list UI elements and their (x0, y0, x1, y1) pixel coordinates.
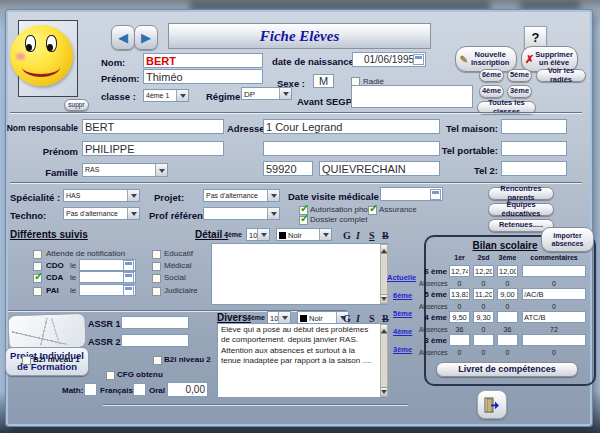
classe-4eme-button[interactable]: 4ème (479, 85, 504, 98)
responsable-prenom-input[interactable] (82, 141, 224, 156)
bilan-note-input[interactable] (449, 265, 470, 277)
math-input[interactable] (84, 383, 97, 396)
link-5eme[interactable]: 5ème (393, 309, 412, 318)
responsable-nom-input[interactable] (82, 119, 224, 134)
b2i-niveau1-checkbox[interactable] (22, 356, 31, 365)
bilan-commentaire-input[interactable] (522, 265, 586, 277)
ville-input[interactable] (319, 161, 440, 176)
bilan-note-input[interactable] (473, 265, 494, 277)
chevron-down-icon[interactable] (267, 190, 279, 201)
scroll-down-icon[interactable] (381, 294, 387, 303)
adresse-input[interactable] (263, 119, 440, 134)
cda-checkbox[interactable] (33, 274, 42, 283)
detail-strike-button[interactable]: B (376, 228, 388, 241)
adresse2-input[interactable] (263, 141, 440, 156)
bilan-note-input[interactable] (473, 288, 494, 300)
bilan-note-input[interactable] (473, 311, 494, 323)
tel-portable-input[interactable] (501, 141, 567, 156)
tel2-input[interactable] (501, 161, 567, 176)
divers-scrollbar[interactable] (380, 324, 388, 397)
calendar-icon[interactable] (123, 272, 134, 283)
techno-label: Techno: (10, 210, 46, 221)
bilan-note-input[interactable] (497, 311, 518, 323)
equipes-educatives-button[interactable]: Equipes éducatives (488, 203, 554, 216)
bilan-commentaire-input[interactable] (522, 288, 586, 300)
next-student-button[interactable]: ▶ (134, 25, 158, 50)
classe-6eme-button[interactable]: 6ème (479, 69, 504, 82)
link-4eme[interactable]: 4ème (393, 327, 412, 336)
nom-input[interactable] (143, 53, 263, 68)
absences-value: 36 (449, 326, 470, 333)
specialite-select[interactable]: HAS (63, 189, 140, 202)
link-6eme[interactable]: 6ème (393, 291, 412, 300)
voir-radies-button[interactable]: Voir les radiés (536, 69, 586, 82)
francais-input[interactable] (133, 383, 146, 396)
link-3eme[interactable]: 3ème (393, 345, 412, 354)
judiciaire-checkbox[interactable] (152, 287, 161, 296)
detail-bold-button[interactable]: G (337, 228, 349, 241)
chevron-down-icon[interactable] (267, 208, 279, 219)
scroll-down-icon[interactable] (381, 387, 387, 396)
detail-font-color-select[interactable]: Noir (276, 228, 332, 241)
calendar-icon[interactable] (123, 285, 134, 296)
link-actuelle[interactable]: Actuelle (387, 273, 416, 282)
bilan-note-input[interactable] (497, 265, 518, 277)
bilan-note-input[interactable] (473, 334, 494, 346)
calendar-icon[interactable] (123, 260, 134, 271)
assurance-checkbox[interactable] (368, 206, 377, 215)
chevron-down-icon[interactable] (155, 164, 167, 176)
dossier-complet-checkbox[interactable] (299, 216, 308, 225)
cfg-obtenu-checkbox[interactable] (106, 371, 115, 380)
previous-student-button[interactable]: ◀ (111, 25, 135, 50)
bilan-note-input[interactable] (449, 334, 470, 346)
livret-competences-button[interactable]: Livret de compétences (436, 362, 578, 377)
chevron-down-icon[interactable] (257, 229, 269, 240)
detail-underline-button[interactable]: S (363, 228, 375, 241)
oral-input[interactable] (167, 382, 208, 397)
bilan-note-input[interactable] (497, 288, 518, 300)
exit-button[interactable] (477, 390, 507, 419)
classe-3eme-button[interactable]: 3ème (507, 85, 532, 98)
prenom-input[interactable] (143, 69, 263, 84)
tel-maison-input[interactable] (501, 119, 567, 134)
detail-textarea[interactable] (211, 243, 388, 305)
detail-font-size-select[interactable]: 10 (246, 228, 270, 241)
code-postal-input[interactable] (263, 161, 313, 176)
assr2-input[interactable] (121, 334, 189, 347)
chevron-down-icon[interactable] (176, 90, 188, 101)
bilan-note-input[interactable] (449, 288, 470, 300)
calendar-icon[interactable] (413, 54, 424, 65)
medical-checkbox[interactable] (152, 262, 161, 271)
social-checkbox[interactable] (152, 274, 161, 283)
sexe-input[interactable] (313, 74, 334, 88)
bilan-note-input[interactable] (449, 311, 470, 323)
scroll-up-icon[interactable] (381, 245, 387, 254)
bilan-commentaire-input[interactable] (522, 334, 586, 346)
chevron-down-icon[interactable] (127, 190, 139, 201)
educatif-checkbox[interactable] (152, 250, 161, 259)
rencontres-parents-button[interactable]: Rencontres parents (488, 187, 554, 200)
bilan-commentaire-input[interactable] (522, 311, 586, 323)
assr1-input[interactable] (121, 316, 189, 329)
b2i-niveau2-checkbox[interactable] (153, 356, 162, 365)
bilan-note-input[interactable] (497, 334, 518, 346)
chevron-down-icon[interactable] (319, 229, 331, 240)
suppr-photo-button[interactable]: suppr (64, 99, 89, 111)
chevron-down-icon[interactable] (279, 88, 291, 99)
chevron-down-icon[interactable] (127, 208, 139, 219)
avant-segpa-textarea[interactable] (351, 85, 473, 108)
divers-textarea[interactable]: Elève qui a posé au début des problèmes … (217, 323, 388, 398)
famille-select[interactable]: RAS (82, 163, 168, 177)
classe-5eme-button[interactable]: 5ème (507, 69, 532, 82)
prof-referent-select[interactable] (203, 207, 280, 220)
scroll-up-icon[interactable] (381, 325, 387, 334)
techno-select[interactable]: Pas d'alternance (63, 207, 140, 220)
pai-checkbox[interactable] (33, 287, 42, 296)
projet-select[interactable]: Pas d'alternance (203, 189, 280, 202)
detail-italic-button[interactable]: I (350, 228, 362, 241)
chevron-down-icon[interactable] (278, 312, 290, 323)
classe-select[interactable]: 4ème 1 (143, 89, 189, 102)
attende-notification-checkbox[interactable] (33, 250, 42, 259)
calendar-icon[interactable] (430, 189, 441, 200)
importer-absences-button[interactable]: importer absences (541, 227, 594, 252)
